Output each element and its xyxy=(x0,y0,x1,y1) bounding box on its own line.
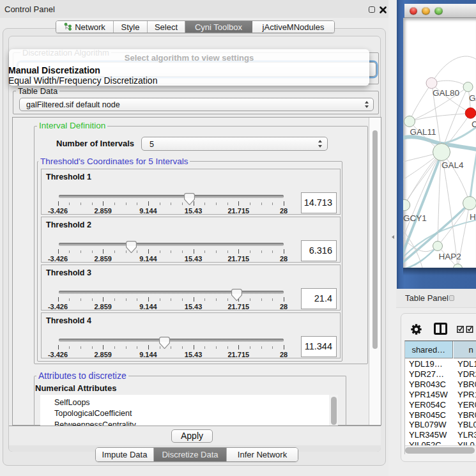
svg-text:GAL4: GAL4 xyxy=(441,160,464,170)
svg-text:HAP2: HAP2 xyxy=(439,252,461,261)
svg-text:GAL11: GAL11 xyxy=(410,127,436,137)
svg-text:GA: GA xyxy=(469,93,476,103)
svg-text:C: C xyxy=(472,119,476,129)
svg-text:GAL80: GAL80 xyxy=(433,88,459,98)
svg-text:H: H xyxy=(470,212,476,222)
svg-text:GCY1: GCY1 xyxy=(403,213,427,223)
